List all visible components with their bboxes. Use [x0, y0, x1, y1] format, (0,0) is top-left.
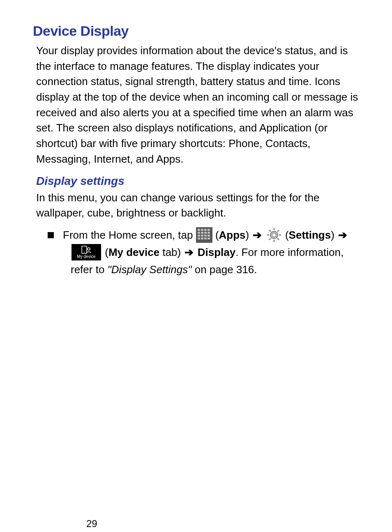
svg-rect-5	[198, 232, 200, 234]
sub-intro-paragraph: In this menu, you can change various set…	[36, 190, 359, 221]
svg-rect-16	[208, 237, 210, 240]
svg-rect-9	[198, 235, 200, 237]
page-number: 29	[86, 518, 97, 530]
svg-line-26	[269, 238, 271, 240]
svg-point-28	[84, 252, 85, 253]
sub-heading: Display settings	[36, 175, 359, 188]
tab-suffix: tab)	[159, 246, 184, 258]
display-label: Display	[198, 246, 236, 258]
my-device-tab-icon: My device	[71, 244, 101, 260]
reference-title: "Display Settings"	[108, 263, 192, 276]
svg-rect-6	[201, 232, 203, 234]
svg-point-18	[272, 233, 276, 237]
svg-rect-15	[204, 237, 207, 240]
reference-page: on page 316.	[191, 263, 257, 276]
apps-grid-icon	[196, 227, 212, 243]
apps-label: Apps	[219, 229, 246, 241]
svg-point-29	[88, 248, 90, 250]
svg-rect-7	[204, 232, 207, 234]
section-title: Device Display	[33, 23, 359, 39]
svg-rect-2	[201, 229, 203, 231]
my-device-icon-label: My device	[71, 253, 101, 260]
arrow-icon: ➔	[337, 229, 348, 241]
intro-paragraph: Your display provides information about …	[36, 43, 359, 167]
svg-line-23	[269, 230, 271, 232]
settings-label: Settings	[289, 229, 331, 241]
arrow-icon: ➔	[252, 229, 263, 241]
step-lead-text: From the Home screen, tap	[63, 229, 196, 241]
svg-rect-1	[198, 229, 200, 231]
arrow-icon: ➔	[184, 246, 194, 258]
svg-rect-13	[198, 237, 200, 240]
svg-rect-12	[208, 235, 210, 237]
svg-rect-3	[204, 229, 207, 231]
square-bullet-icon	[48, 232, 54, 238]
svg-rect-10	[201, 235, 203, 237]
svg-rect-11	[204, 235, 207, 237]
svg-rect-4	[208, 229, 210, 231]
my-device-label: My device	[108, 246, 159, 258]
svg-rect-14	[201, 237, 203, 240]
settings-gear-icon	[266, 227, 282, 243]
svg-line-24	[277, 238, 279, 240]
instruction-step: From the Home screen, tap (Apps) ➔	[48, 227, 359, 278]
svg-rect-8	[208, 232, 210, 234]
svg-line-25	[277, 230, 279, 232]
